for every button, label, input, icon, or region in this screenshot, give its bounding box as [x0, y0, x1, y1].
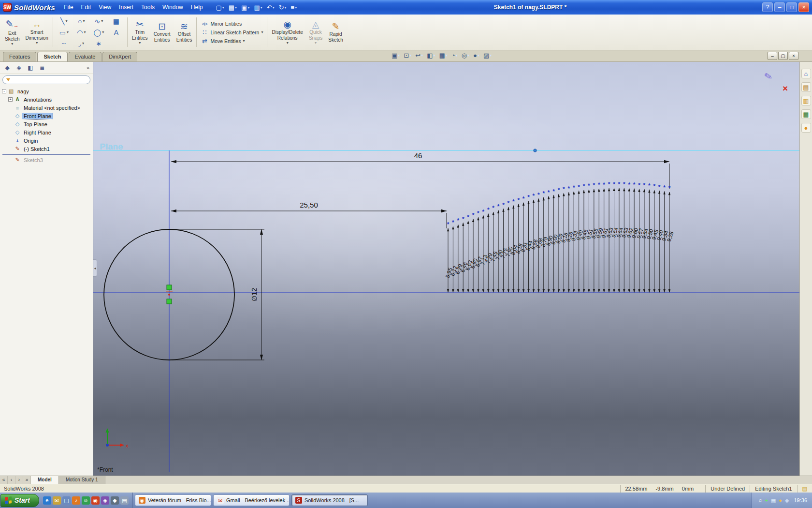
spline-point-marker[interactable]: *: [527, 194, 530, 201]
cam-dimension[interactable]: *7,60: [495, 203, 504, 293]
last-tab-button[interactable]: »: [23, 476, 31, 484]
cancel-sketch-icon[interactable]: ×: [783, 83, 788, 94]
home-icon[interactable]: ⌂: [801, 69, 811, 78]
cam-profile-dimensions[interactable]: *5,95*6,12*6,29*6,46*6,63*6,80*6,97*7,13…: [444, 181, 674, 293]
menu-file[interactable]: File: [60, 2, 77, 13]
messenger-icon[interactable]: ☺: [82, 496, 90, 505]
spline-point-marker[interactable]: *: [502, 202, 505, 209]
spline-point-marker[interactable]: *: [608, 181, 610, 188]
dim-circle-diameter-text[interactable]: ∅12: [250, 288, 258, 301]
spline-point-marker[interactable]: *: [457, 217, 459, 224]
panel-splitter[interactable]: ◂: [93, 259, 97, 277]
arc-tool-button[interactable]: ◠▾: [73, 27, 90, 38]
rebuild-button[interactable]: ↻▾: [277, 3, 288, 12]
spline-point-marker[interactable]: *: [668, 185, 671, 192]
spline-point-marker[interactable]: *: [517, 197, 520, 204]
spline-point-marker[interactable]: *: [663, 184, 666, 191]
spline-point-marker[interactable]: *: [588, 182, 590, 189]
spline-point-marker[interactable]: *: [462, 216, 464, 223]
shield-icon[interactable]: +: [765, 497, 768, 504]
feature-manager-tab-icon[interactable]: ◆: [2, 63, 12, 72]
point-tool-button[interactable]: ∗: [90, 38, 107, 49]
file-explorer-icon[interactable]: ▥: [801, 96, 811, 105]
spline-point-marker[interactable]: *: [542, 190, 545, 197]
edit-appearance-button[interactable]: ●▾: [472, 51, 480, 60]
menu-help[interactable]: Help: [187, 2, 207, 13]
mirror-entities-button[interactable]: ◃▹ Mirror Entities: [201, 20, 263, 27]
offset-entities-button[interactable]: ≋ Offset Entities: [174, 16, 195, 48]
view-palette-icon[interactable]: ▦: [801, 109, 811, 119]
fillet-tool-button[interactable]: ◞▾: [73, 38, 90, 49]
maximize-button[interactable]: □: [786, 2, 797, 12]
doc-restore-button[interactable]: ▢: [778, 52, 788, 60]
line-tool-button[interactable]: ╲▾: [56, 16, 72, 27]
spline-point-marker[interactable]: *: [522, 195, 525, 202]
print-button[interactable]: ▥▾: [252, 3, 263, 12]
expand-icon[interactable]: +: [8, 97, 13, 102]
spline-point-marker[interactable]: *: [578, 184, 580, 191]
taskbar-task-mail[interactable]: ✉Gmail - Beérkező levelek ...: [213, 494, 290, 506]
new-button[interactable]: ▢▾: [214, 3, 225, 12]
spline-tool-button[interactable]: ∿▾: [90, 16, 107, 27]
rapid-sketch-button[interactable]: ✎ Rapid Sketch: [325, 16, 346, 48]
trim-entities-button[interactable]: ✂ Trim Entities ▾: [129, 16, 151, 48]
spline-point-marker[interactable]: *: [598, 181, 600, 188]
tree-item-top-plane[interactable]: ◇Top Plane: [0, 120, 93, 128]
spline-point-marker[interactable]: *: [643, 182, 646, 189]
menu-tools[interactable]: Tools: [137, 2, 159, 13]
open-button[interactable]: ▤▾: [227, 3, 238, 12]
cam-dimension[interactable]: *7,45: [490, 205, 498, 293]
front-plane-edge[interactable]: [93, 149, 799, 152]
network-icon[interactable]: ▦: [771, 497, 776, 504]
cam-dimension[interactable]: *6,97: [475, 210, 483, 293]
browser-icon[interactable]: ◉: [91, 496, 100, 505]
tree-item-nagy[interactable]: -▧nagy: [0, 87, 93, 95]
usb-icon[interactable]: ◆: [785, 497, 789, 504]
design-library-icon[interactable]: ▤: [801, 82, 811, 92]
tree-item-sketch3[interactable]: ✎Sketch3: [0, 156, 93, 164]
minimize-button[interactable]: –: [774, 2, 785, 12]
cam-dimension[interactable]: *6,46: [460, 216, 468, 293]
cam-dimension[interactable]: *7,13: [479, 209, 488, 293]
spline-point-marker[interactable]: *: [623, 181, 625, 188]
configuration-manager-tab-icon[interactable]: ◧: [26, 63, 35, 72]
first-tab-button[interactable]: «: [0, 476, 8, 484]
expand-icon[interactable]: -: [2, 89, 6, 93]
spline-point-marker[interactable]: *: [563, 186, 565, 193]
doc-close-button[interactable]: ×: [789, 52, 798, 60]
tree-item-origin[interactable]: +Origin: [0, 136, 93, 145]
tab-evaluate[interactable]: Evaluate: [69, 52, 102, 61]
close-button[interactable]: ×: [798, 2, 809, 12]
tree-item-right-plane[interactable]: ◇Right Plane: [0, 128, 93, 136]
prev-tab-button[interactable]: ‹: [8, 476, 15, 484]
spline-point-marker[interactable]: *: [497, 203, 500, 210]
dim-profile-start-text[interactable]: 25,50: [300, 201, 318, 209]
spline-point-marker[interactable]: *: [573, 184, 575, 191]
move-entities-button[interactable]: ⇄ Move Entities ▾: [201, 37, 263, 45]
smart-dimension-button[interactable]: ↔ Smart Dimension ▾: [23, 16, 51, 48]
tree-item-annotations[interactable]: +AAnnotations: [0, 95, 93, 104]
menu-window[interactable]: Window: [159, 2, 187, 13]
menu-edit[interactable]: Edit: [77, 2, 95, 13]
rectangle-tool-button[interactable]: ▭▾: [56, 27, 72, 38]
cam-dimension[interactable]: *6,80: [470, 212, 478, 293]
spline-point-marker[interactable]: *: [533, 193, 535, 199]
zoom-fit-button[interactable]: ▣▾: [391, 51, 401, 60]
display-delete-relations-button[interactable]: ◉ Display/Delete Relations ▾: [269, 16, 305, 48]
convert-entities-button[interactable]: ⊡ Convert Entities: [151, 16, 174, 48]
spline-point-marker[interactable]: *: [558, 187, 560, 194]
sketch-canvas[interactable]: 46 25,50 ∅12 *5,95*6,12*6,29*6,46*6,63*6…: [93, 62, 799, 476]
spline-point-marker[interactable]: *: [472, 212, 475, 219]
tools-icon[interactable]: ◆: [111, 496, 119, 505]
tab-features[interactable]: Features: [3, 52, 36, 61]
spline-point-marker[interactable]: *: [482, 209, 485, 215]
spline-point-marker[interactable]: *: [477, 210, 479, 217]
documents-icon[interactable]: ▤: [120, 496, 129, 505]
menu-insert[interactable]: Insert: [115, 2, 137, 13]
spline-point-marker[interactable]: *: [467, 214, 469, 221]
spline-point-marker[interactable]: *: [452, 219, 454, 226]
spline-point-marker[interactable]: *: [618, 181, 621, 188]
save-button[interactable]: ▣▾: [240, 3, 251, 12]
taskbar-task-solidworks[interactable]: SSolidWorks 2008 - [S...: [291, 494, 368, 506]
internet-explorer-icon[interactable]: e: [43, 496, 51, 505]
